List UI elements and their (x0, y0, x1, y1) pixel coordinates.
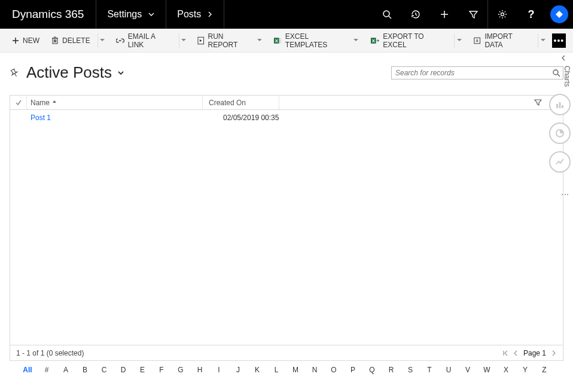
alpha-letter[interactable]: Q (362, 366, 382, 374)
next-page-icon[interactable] (551, 350, 557, 357)
grid-footer: 1 - 1 of 1 (0 selected) Page 1 (10, 345, 563, 360)
alpha-letter[interactable]: R (382, 366, 401, 374)
vertical-ellipsis-icon: ⋮ (561, 191, 570, 198)
alpha-letter[interactable]: D (114, 366, 133, 374)
nav-entity[interactable]: Posts (166, 0, 224, 29)
alpha-letter[interactable]: G (171, 366, 190, 374)
cmd-export-excel-label: EXPORT TO EXCEL (383, 32, 447, 49)
collapse-charts-button[interactable] (561, 53, 573, 61)
alpha-letter[interactable]: O (324, 366, 343, 374)
alpha-letter[interactable]: J (228, 366, 248, 374)
cmd-run-report-label: RUN REPORT (208, 32, 254, 49)
svg-point-22 (553, 70, 558, 75)
plus-icon (12, 37, 19, 44)
first-page-icon[interactable] (502, 350, 509, 357)
alpha-letter[interactable]: W (477, 366, 496, 374)
view-selector[interactable]: Active Posts (26, 63, 125, 82)
row-created-on: 02/05/2019 00:35 (203, 114, 279, 122)
charts-pane-label[interactable]: Charts (563, 66, 571, 87)
cmd-excel-templates[interactable]: X EXCEL TEMPLATES (269, 32, 362, 49)
alpha-letter[interactable]: F (152, 366, 171, 374)
alpha-all[interactable]: All (18, 366, 37, 374)
cmd-import-data-dropdown[interactable] (538, 33, 547, 48)
nav-area[interactable]: Settings (96, 0, 166, 29)
alpha-letter[interactable]: X (496, 366, 516, 374)
record-count-status: 1 - 1 of 1 (0 selected) (16, 349, 84, 357)
column-header-name[interactable]: Name (27, 96, 203, 109)
view-title-label: Active Posts (26, 63, 112, 82)
column-created-label: Created On (209, 99, 246, 107)
row-name-link[interactable]: Post 1 (27, 114, 203, 122)
help-button[interactable]: ? (517, 0, 545, 29)
cmd-overflow[interactable]: ••• (552, 33, 566, 48)
alpha-letter[interactable]: I (209, 366, 228, 374)
filter-icon[interactable] (534, 99, 542, 106)
svg-rect-24 (556, 104, 558, 108)
alpha-letter[interactable]: Z (535, 366, 554, 374)
caret-down-icon (100, 39, 105, 42)
alpha-letter[interactable]: N (305, 366, 324, 374)
alpha-letter[interactable]: B (75, 366, 95, 374)
chart-line-button[interactable] (549, 151, 571, 173)
alpha-letter[interactable]: E (133, 366, 152, 374)
alpha-letter[interactable]: C (95, 366, 114, 374)
alpha-letter[interactable]: # (37, 366, 56, 374)
column-name-label: Name (31, 99, 50, 107)
chart-bar-button[interactable] (549, 94, 571, 115)
alpha-letter[interactable]: K (248, 366, 267, 374)
search-icon[interactable] (552, 69, 560, 77)
import-icon (473, 36, 481, 45)
advanced-find-button[interactable] (459, 0, 487, 29)
alpha-letter[interactable]: P (343, 366, 362, 374)
alpha-letter[interactable]: L (267, 366, 286, 374)
user-avatar[interactable] (550, 5, 568, 23)
alpha-filter: All # A B C D E F G H I J K L M N O P Q … (0, 361, 573, 379)
cmd-import-data[interactable]: IMPORT DATA (468, 32, 535, 49)
svg-line-1 (389, 16, 391, 19)
pin-button[interactable] (10, 68, 19, 78)
cmd-export-excel-dropdown[interactable] (454, 33, 463, 48)
alpha-letter[interactable]: M (286, 366, 305, 374)
cmd-email-link-label: EMAIL A LINK (128, 32, 172, 49)
cmd-run-report[interactable]: RUN REPORT (193, 32, 266, 49)
alpha-letter[interactable]: A (56, 366, 75, 374)
caret-down-icon (257, 39, 262, 42)
prev-page-icon[interactable] (513, 350, 519, 357)
alpha-letter[interactable]: H (190, 366, 209, 374)
table-row[interactable]: Post 1 02/05/2019 00:35 (10, 110, 563, 125)
nav-area-label: Settings (107, 9, 142, 20)
svg-text:X: X (372, 38, 376, 43)
alpha-letter[interactable]: T (420, 366, 439, 374)
new-global-button[interactable] (430, 0, 459, 29)
column-header-created[interactable]: Created On (203, 96, 279, 109)
chevron-right-icon (207, 11, 213, 17)
history-icon (410, 9, 421, 20)
diamond-icon (554, 10, 564, 19)
search-button[interactable] (373, 0, 401, 29)
cmd-delete-dropdown[interactable] (97, 33, 106, 48)
settings-button[interactable] (488, 0, 517, 29)
cmd-email-link[interactable]: EMAIL A LINK (111, 32, 176, 49)
cmd-export-excel[interactable]: X EXPORT TO EXCEL (365, 32, 452, 49)
search-box[interactable] (391, 66, 563, 79)
svg-rect-18 (279, 41, 281, 42)
report-icon (197, 36, 205, 45)
alpha-letter[interactable]: S (401, 366, 420, 374)
recent-button[interactable] (401, 0, 430, 29)
alpha-letter[interactable]: U (439, 366, 458, 374)
svg-rect-17 (279, 40, 281, 41)
alpha-letter[interactable]: V (458, 366, 477, 374)
alpha-letter[interactable]: Y (516, 366, 535, 374)
side-rail-more[interactable]: ⋮ (561, 191, 570, 198)
pie-chart-icon (555, 128, 565, 138)
cmd-email-link-dropdown[interactable] (179, 33, 188, 48)
cmd-new[interactable]: NEW (7, 32, 44, 49)
help-icon: ? (528, 8, 535, 21)
search-input[interactable] (395, 69, 552, 77)
brand-label[interactable]: Dynamics 365 (0, 0, 96, 29)
cmd-delete[interactable]: DELETE (47, 32, 95, 49)
chart-pie-button[interactable] (549, 122, 571, 144)
select-all-checkbox[interactable] (10, 96, 27, 109)
cmd-delete-label: DELETE (62, 36, 90, 45)
grid-body: Post 1 02/05/2019 00:35 (10, 110, 563, 345)
